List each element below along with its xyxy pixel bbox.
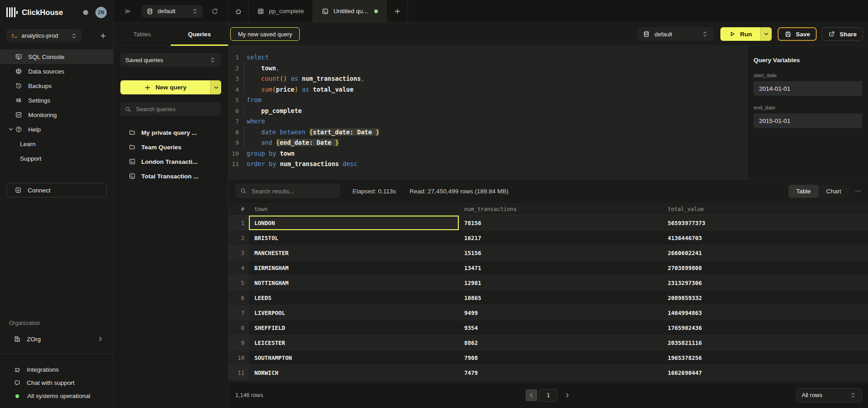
- sidebar-item-monitoring[interactable]: Monitoring: [0, 108, 113, 122]
- tab-untitled-query[interactable]: Untitled qu...: [313, 0, 387, 23]
- cell[interactable]: 56593977373: [662, 216, 868, 230]
- row-index[interactable]: 7: [228, 305, 249, 320]
- sidebar-item-backups[interactable]: Backups: [0, 79, 113, 93]
- sidebar-item-settings[interactable]: Settings: [0, 93, 113, 108]
- next-page-button[interactable]: [564, 392, 571, 399]
- add-service-button[interactable]: [99, 32, 107, 39]
- clickhouse-logo-icon[interactable]: [6, 7, 18, 18]
- cell[interactable]: LONDON: [249, 216, 459, 230]
- cell[interactable]: 2660602241: [662, 246, 868, 260]
- tab-queries[interactable]: Queries: [171, 23, 228, 45]
- cell[interactable]: 1662690447: [662, 365, 868, 380]
- share-button[interactable]: Share: [822, 27, 863, 41]
- code-line-4: 4sum(price) as total_value: [228, 84, 747, 95]
- cell[interactable]: 2703899808: [662, 261, 868, 275]
- cell[interactable]: 2089859332: [662, 290, 868, 305]
- new-tab-button[interactable]: [387, 0, 408, 23]
- row-index[interactable]: 8: [228, 320, 249, 335]
- saved-query-tab[interactable]: My new saved query: [230, 27, 300, 41]
- connect-button[interactable]: Connect: [6, 183, 107, 197]
- sidebar-item-all-systems-operational[interactable]: All systems operational: [0, 389, 113, 403]
- back-arrow-icon[interactable]: [124, 8, 132, 15]
- page-number-input[interactable]: 1: [539, 389, 557, 402]
- saved-queries-filter[interactable]: Saved queries: [120, 53, 221, 67]
- tab-pp-complete[interactable]: pp_complete: [248, 0, 313, 23]
- service-selector[interactable]: analytics-prod: [6, 29, 82, 42]
- row-index[interactable]: 4: [228, 261, 249, 275]
- run-button[interactable]: Run: [720, 27, 772, 41]
- cell[interactable]: 1965378256: [662, 350, 868, 365]
- save-button[interactable]: Save: [778, 27, 817, 41]
- sidebar-item-data-sources[interactable]: Data sources: [0, 64, 113, 79]
- cell[interactable]: 8862: [459, 335, 662, 350]
- saved-query-total-transaction[interactable]: Total Transaction ...: [114, 169, 228, 183]
- cell[interactable]: 7908: [459, 350, 662, 365]
- page-size-selector[interactable]: All rows: [796, 388, 862, 403]
- row-index[interactable]: 6: [228, 290, 249, 305]
- cell[interactable]: BRISTOL: [249, 231, 459, 245]
- run-options-caret[interactable]: [760, 27, 772, 41]
- row-index[interactable]: 11: [228, 365, 249, 380]
- share-label: Share: [839, 31, 857, 38]
- cell[interactable]: 9499: [459, 305, 662, 320]
- cell[interactable]: 12981: [459, 275, 662, 290]
- cell[interactable]: 13471: [459, 261, 662, 275]
- cell[interactable]: NOTTINGHAM: [249, 275, 459, 290]
- search-results-input[interactable]: [251, 187, 335, 195]
- topbar-database-selector[interactable]: default: [142, 5, 203, 18]
- search-queries-input[interactable]: [135, 105, 217, 113]
- organization-item[interactable]: ZOrg: [0, 332, 113, 346]
- row-index[interactable]: 2: [228, 231, 249, 245]
- start-date-input[interactable]: [754, 81, 862, 96]
- cell[interactable]: MANCHESTER: [249, 246, 459, 260]
- new-query-button[interactable]: New query: [120, 80, 221, 94]
- tab-tables[interactable]: Tables: [114, 23, 171, 45]
- cell[interactable]: 16217: [459, 231, 662, 245]
- sql-editor[interactable]: 1select2town,3count() as num_transaction…: [228, 46, 747, 179]
- cell[interactable]: 10865: [459, 290, 662, 305]
- row-index[interactable]: 3: [228, 246, 249, 260]
- sidebar-item-integrations[interactable]: Integrations: [0, 363, 113, 376]
- row-index[interactable]: 9: [228, 335, 249, 350]
- cell[interactable]: 9354: [459, 320, 662, 335]
- sidebar-item-chat-with-support[interactable]: Chat with support: [0, 376, 113, 389]
- saved-query-london-transacti[interactable]: London Transacti...: [114, 154, 228, 169]
- cell[interactable]: 7479: [459, 365, 662, 380]
- editor-database-selector[interactable]: default: [638, 27, 714, 41]
- sidebar-item-learn[interactable]: Learn: [0, 137, 113, 151]
- sidebar-item-sql-console[interactable]: SQL Console: [0, 49, 113, 64]
- sidebar-item-support[interactable]: Support: [0, 151, 113, 166]
- play-icon: [729, 30, 736, 38]
- cell[interactable]: 2035821116: [662, 335, 868, 350]
- saved-query-team-queries[interactable]: Team Queries: [114, 140, 228, 154]
- cell[interactable]: 4136446703: [662, 231, 868, 245]
- sidebar-item-label: Learn: [20, 141, 36, 147]
- results-more-button[interactable]: [854, 187, 862, 195]
- row-index[interactable]: 10: [228, 350, 249, 365]
- cell[interactable]: LEEDS: [249, 290, 459, 305]
- new-query-caret[interactable]: [210, 80, 221, 94]
- row-index[interactable]: 1: [228, 216, 249, 230]
- cell[interactable]: NORWICH: [249, 365, 459, 380]
- cell[interactable]: SOUTHAMPTON: [249, 350, 459, 365]
- avatar[interactable]: ZN: [95, 7, 107, 18]
- cell[interactable]: LEICESTER: [249, 335, 459, 350]
- cell[interactable]: 2313297306: [662, 275, 868, 290]
- sidebar-item-help[interactable]: Help: [0, 122, 113, 137]
- saved-query-my-private-query[interactable]: My private query ...: [114, 125, 228, 140]
- view-toggle-table[interactable]: Table: [789, 185, 818, 198]
- view-toggle-chart[interactable]: Chart: [818, 185, 849, 198]
- cell[interactable]: 1765902436: [662, 320, 868, 335]
- refresh-icon[interactable]: [211, 8, 218, 15]
- end-date-input[interactable]: [754, 113, 862, 128]
- cell[interactable]: 1464994863: [662, 305, 868, 320]
- previous-page-button[interactable]: [526, 389, 537, 401]
- cell[interactable]: LIVERPOOL: [249, 305, 459, 320]
- cell[interactable]: SHEFFIELD: [249, 320, 459, 335]
- cell[interactable]: 78156: [459, 216, 662, 230]
- home-button[interactable]: [229, 0, 248, 23]
- cell[interactable]: BIRMINGHAM: [249, 261, 459, 275]
- line-number: 10: [228, 148, 244, 159]
- row-index[interactable]: 5: [228, 275, 249, 290]
- cell[interactable]: 15156: [459, 246, 662, 260]
